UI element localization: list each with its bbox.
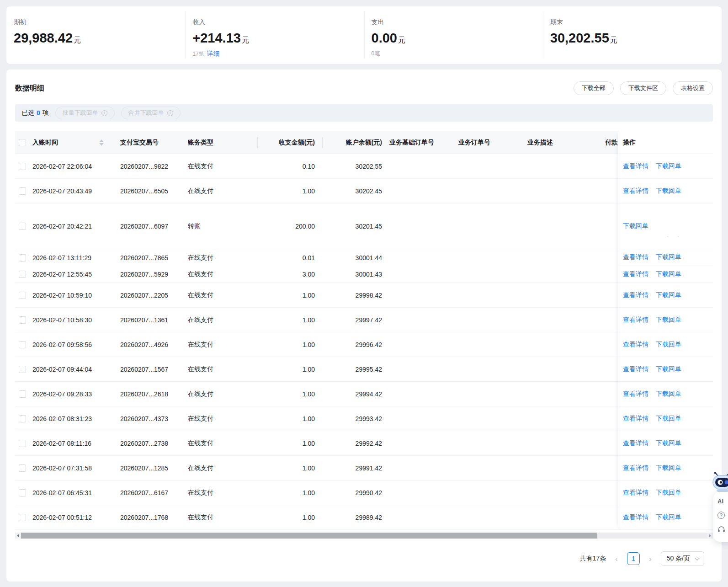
- batch-download-button[interactable]: 批量下载回单i: [55, 107, 115, 119]
- download-receipt-link[interactable]: 下载回单: [656, 439, 681, 448]
- select-all-checkbox[interactable]: [19, 139, 26, 146]
- view-detail-link[interactable]: 查看详情: [623, 365, 648, 374]
- chevron-down-icon: [695, 555, 700, 560]
- cell-txn: 20260207...1567: [120, 366, 188, 373]
- table-row: 2026-02-07 22:06:0420260207...9822在线支付0.…: [15, 154, 713, 179]
- row-checkbox[interactable]: [19, 514, 26, 521]
- view-detail-link[interactable]: 查看详情: [623, 415, 648, 423]
- column-header-5: 业务基础订单号: [389, 139, 458, 147]
- download-receipt-link[interactable]: 下载回单: [656, 316, 681, 324]
- row-checkbox[interactable]: [19, 341, 26, 348]
- sort-icon[interactable]: [99, 139, 104, 146]
- download-receipt-link[interactable]: 下载回单: [656, 291, 681, 299]
- download-filezone-button[interactable]: 下载文件区: [620, 81, 666, 95]
- cell-balance: 29990.42: [322, 489, 389, 496]
- download-receipt-link[interactable]: 下载回单: [656, 270, 681, 278]
- cell-type: 在线支付: [188, 270, 257, 278]
- view-detail-link[interactable]: 查看详情: [623, 464, 648, 472]
- cell-time: 2026-02-07 20:43:49: [32, 187, 120, 195]
- column-header-1: 支付宝交易号: [120, 139, 188, 147]
- ai-menu-item[interactable]: AI: [717, 498, 728, 505]
- table-row: 2026-02-07 10:59:1020260207...2205在线支付1.…: [15, 283, 713, 308]
- view-detail-link[interactable]: 查看详情: [623, 390, 648, 398]
- cell-amount: 1.00: [257, 187, 322, 195]
- row-checkbox[interactable]: [19, 271, 26, 278]
- view-detail-link[interactable]: 查看详情: [623, 316, 648, 324]
- pagination: 共有17条 ‹ 1 › 50 条/页: [6, 551, 704, 566]
- view-detail-link[interactable]: 查看详情: [623, 162, 648, 171]
- row-checkbox-cell: [15, 254, 32, 261]
- table-row: 2026-02-07 20:42:2120260207...6097转账200.…: [15, 203, 713, 249]
- view-detail-link[interactable]: 查看详情: [623, 253, 648, 261]
- row-actions-cell: 查看详情下载回单: [618, 406, 713, 431]
- download-receipt-link[interactable]: 下载回单: [656, 365, 681, 374]
- table-row: 2026-02-07 06:45:3120260207...6167在线支付1.…: [15, 480, 713, 505]
- summary-expense-unit: 元: [398, 36, 405, 44]
- ai-robot-icon[interactable]: [712, 472, 728, 495]
- row-actions-cell: 查看详情下载回单: [618, 357, 713, 382]
- scroll-left-button[interactable]: [15, 533, 21, 539]
- row-checkbox[interactable]: [19, 415, 26, 422]
- download-receipt-link[interactable]: 下载回单: [656, 162, 681, 171]
- next-page-chevron-icon[interactable]: ›: [649, 555, 652, 563]
- row-checkbox[interactable]: [19, 464, 26, 472]
- scroll-right-button[interactable]: [707, 533, 713, 539]
- view-detail-link[interactable]: 查看详情: [623, 513, 648, 522]
- cell-amount: 1.00: [257, 341, 322, 348]
- download-all-button[interactable]: 下载全部: [574, 81, 614, 95]
- row-checkbox[interactable]: [19, 292, 26, 299]
- row-checkbox-cell: [15, 187, 32, 195]
- view-detail-link[interactable]: 查看详情: [623, 439, 648, 448]
- cell-type: 在线支付: [188, 291, 257, 299]
- download-receipt-link[interactable]: 下载回单: [656, 489, 681, 497]
- cell-balance: 29991.42: [322, 464, 389, 472]
- view-detail-link[interactable]: 查看详情: [623, 270, 648, 278]
- summary-opening-value: 29,988.42元: [14, 31, 185, 46]
- download-receipt-link[interactable]: 下载回单: [656, 513, 681, 522]
- cell-balance: 29993.42: [322, 415, 389, 422]
- download-receipt-link[interactable]: 下载回单: [656, 415, 681, 423]
- table-settings-button[interactable]: 表格设置: [673, 81, 713, 95]
- cell-amount: 1.00: [257, 489, 322, 496]
- row-actions-cell: 查看详情下载回单: [618, 456, 713, 480]
- row-checkbox[interactable]: [19, 390, 26, 398]
- view-detail-link[interactable]: 查看详情: [623, 489, 648, 497]
- row-checkbox[interactable]: [19, 254, 26, 261]
- table-row: 2026-02-07 09:28:3320260207...2618在线支付1.…: [15, 382, 713, 406]
- row-checkbox[interactable]: [19, 163, 26, 170]
- download-receipt-link[interactable]: 下载回单: [656, 464, 681, 472]
- scrollbar-track[interactable]: [21, 533, 707, 539]
- download-receipt-link[interactable]: 下载回单: [656, 390, 681, 398]
- headset-icon[interactable]: [717, 526, 728, 535]
- download-receipt-link[interactable]: 下载回单: [656, 253, 681, 261]
- cell-time: 2026-02-07 07:31:58: [32, 464, 120, 472]
- row-checkbox[interactable]: [19, 187, 26, 195]
- download-receipt-link[interactable]: 下载回单: [656, 187, 681, 195]
- merge-download-button[interactable]: 合并下载回单i: [121, 107, 181, 119]
- row-checkbox[interactable]: [19, 440, 26, 447]
- row-checkbox[interactable]: [19, 316, 26, 324]
- download-receipt-link[interactable]: 下载回单: [656, 341, 681, 349]
- help-icon[interactable]: ?: [717, 512, 725, 519]
- summary-income-amount: +214.13: [192, 31, 241, 45]
- table-scroll-area[interactable]: 入账时间支付宝交易号账务类型收支金额(元)账户余额(元)业务基础订单号业务订单号…: [15, 131, 713, 530]
- page-size-select[interactable]: 50 条/页: [661, 551, 704, 566]
- view-detail-link[interactable]: 查看详情: [623, 291, 648, 299]
- download-receipt-link[interactable]: 下载回单: [623, 222, 648, 230]
- row-actions-cell: 查看详情下载回单: [618, 154, 713, 179]
- summary-income-label: 收入: [192, 18, 364, 27]
- row-checkbox[interactable]: [19, 366, 26, 373]
- column-divider: [605, 137, 606, 148]
- head-buttons: 下载全部 下载文件区 表格设置: [574, 81, 713, 95]
- row-checkbox[interactable]: [19, 489, 26, 496]
- income-detail-link[interactable]: 详细: [207, 50, 220, 57]
- horizontal-scrollbar[interactable]: [15, 533, 713, 539]
- row-checkbox[interactable]: [19, 223, 26, 230]
- view-detail-link[interactable]: 查看详情: [623, 341, 648, 349]
- cell-time: 2026-02-07 06:45:31: [32, 489, 120, 496]
- scrollbar-thumb[interactable]: [21, 533, 597, 539]
- view-detail-link[interactable]: 查看详情: [623, 187, 648, 195]
- row-checkbox-cell: [15, 271, 32, 278]
- page-number-button[interactable]: 1: [627, 552, 640, 565]
- prev-page-chevron-icon[interactable]: ‹: [615, 555, 618, 563]
